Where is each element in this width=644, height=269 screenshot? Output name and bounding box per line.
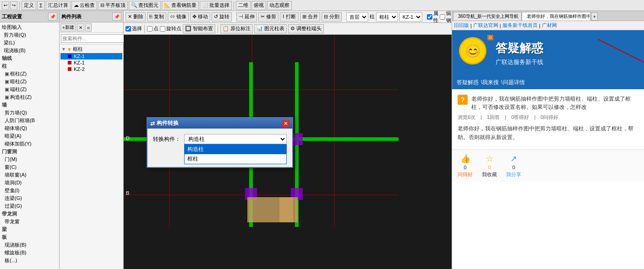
- tree-coupling-beam[interactable]: 连梁(G): [1, 194, 58, 202]
- floor-select[interactable]: 首层: [346, 12, 368, 22]
- nav-material[interactable]: 广材网: [542, 22, 557, 29]
- view-rebar-btn[interactable]: 📐 查看钢筋量: [162, 1, 199, 10]
- comp-list-header: 构件列表 📌: [60, 11, 123, 22]
- dynamic-view-btn[interactable]: 动态观察: [267, 1, 292, 10]
- tree-masonry-wall[interactable]: 砌体墙(Q): [1, 124, 58, 132]
- 2d-btn[interactable]: 二维: [236, 1, 251, 10]
- qa-star-btn[interactable]: ☆ 0 我收藏: [482, 154, 497, 178]
- find-elem-btn[interactable]: 🔍 查找图元: [129, 1, 161, 10]
- tree-dark-col[interactable]: ▣ 暗柱(Z): [1, 78, 58, 86]
- tree-window[interactable]: 窗(C): [1, 163, 58, 171]
- tree-slab-misc[interactable]: 板(...): [1, 257, 58, 264]
- tree-dark-beam[interactable]: 暗梁(A): [1, 132, 58, 140]
- delete-comp-btn[interactable]: ✕: [77, 23, 84, 32]
- nav-service-home[interactable]: 服务新干线首页: [502, 22, 538, 29]
- browser-tab-360[interactable]: 360导航_新一代安全上网导航 ✕: [453, 12, 522, 21]
- rotate-btn[interactable]: ↺ 旋转: [212, 12, 232, 22]
- dropdown-option-kuangzhu[interactable]: 框柱: [185, 154, 286, 164]
- cloud-check-btn[interactable]: ☁ 云检查: [71, 1, 97, 10]
- sidebar-pin-btn[interactable]: 📌: [48, 12, 57, 21]
- copy-btn[interactable]: ⎘ 复制: [147, 12, 166, 22]
- top-view-btn[interactable]: 俯视: [251, 1, 266, 10]
- canvas-area[interactable]: D B ⇄ 构件转换 ✕ 转换构件：: [124, 35, 452, 269]
- tree-cast-slab2[interactable]: 现浇板(B): [1, 241, 58, 249]
- dialog-convert-select[interactable]: 构造柱 框柱: [184, 134, 287, 144]
- point-checkbox[interactable]: [147, 26, 153, 32]
- tree-door[interactable]: 门(M): [1, 156, 58, 163]
- delete-btn[interactable]: ✕ 删除: [126, 12, 146, 22]
- tree-wall-hole[interactable]: 墙洞(D): [1, 179, 58, 187]
- sep1: [19, 1, 20, 10]
- new-tab-btn[interactable]: +: [591, 12, 598, 21]
- qa-search-link[interactable]: \我来搜: [481, 79, 499, 86]
- smart-place-btn[interactable]: 🔲 智能布置: [183, 24, 215, 33]
- new-comp-btn[interactable]: +新建: [60, 23, 76, 32]
- mirror-btn[interactable]: ⇔ 镜像: [168, 12, 189, 22]
- tree-frame-col[interactable]: ▣ 框柱(Z): [1, 70, 58, 78]
- tree-cast-slab[interactable]: 现浇板(B): [1, 47, 58, 54]
- dialog-title-bar[interactable]: ⇄ 构件转换 ✕: [147, 118, 292, 129]
- define-btn[interactable]: 定义: [22, 1, 36, 10]
- qa-like-btn[interactable]: 👍 0 问得好: [458, 154, 473, 178]
- sep7: [144, 25, 145, 33]
- comp-list-pin-btn[interactable]: 📌: [112, 12, 121, 21]
- break-btn[interactable]: ⌇ 打断: [280, 12, 298, 22]
- sort-comp-btn[interactable]: ⌾: [85, 23, 92, 32]
- site-mark-btn[interactable]: 📋 原位标注: [220, 24, 253, 33]
- tree-shear-wall[interactable]: 剪力墙(Q): [1, 31, 58, 39]
- calc-btn[interactable]: 汇总计算: [46, 1, 71, 10]
- qa-answers: 1回答: [487, 114, 500, 120]
- tree-spiral-slab[interactable]: 螺旋板(B): [1, 249, 58, 257]
- comp-item-kz1-red[interactable]: KZ-1: [60, 59, 122, 66]
- select-cb[interactable]: 选择: [126, 25, 142, 32]
- qa-share-btn[interactable]: ↗ 0 我分享: [506, 154, 521, 178]
- prop-checkbox-label[interactable]: 属性: [427, 11, 438, 24]
- tree-end-col[interactable]: ▣ 端柱(Z): [1, 86, 58, 93]
- prop-checkbox[interactable]: [427, 14, 432, 20]
- move-btn[interactable]: ✥ 移动: [190, 12, 210, 22]
- comp-item-kz1-selected[interactable]: KZ-1: [60, 53, 122, 59]
- comp-folder-framecol[interactable]: ▼ ▼ 框柱: [60, 45, 122, 53]
- sidebar-header: 工程设置 📌: [0, 11, 59, 22]
- select-checkbox[interactable]: [126, 26, 131, 32]
- tree-civil-def-wall[interactable]: 人防门框墙(B: [1, 117, 58, 124]
- comp-id-select[interactable]: KZ-1: [399, 12, 422, 22]
- tree-wall-combo[interactable]: 墙联窗(A): [1, 171, 58, 179]
- comp-type-select[interactable]: 框柱: [376, 12, 398, 22]
- tree-beam[interactable]: 梁(L): [1, 39, 58, 47]
- qa-good-answers: 0答得好: [511, 114, 529, 120]
- batch-select-btn[interactable]: ⬜ 批量选择: [200, 1, 232, 10]
- trim-btn[interactable]: ✂ 修剪: [258, 12, 278, 22]
- adjust-col-end-btn[interactable]: ⚙ 调整柱端头: [288, 24, 324, 33]
- split-btn[interactable]: ⊟ 分割: [322, 12, 342, 22]
- elem-col-table-btn[interactable]: 📊 图元柱表: [254, 24, 287, 33]
- canvas-label-b: B: [126, 190, 129, 196]
- align-top-btn[interactable]: ⊟ 平齐板顶: [98, 1, 128, 10]
- comp-search-input[interactable]: [61, 34, 127, 43]
- extend-btn[interactable]: ⊣ 延伸: [236, 12, 257, 22]
- qa-detail-link[interactable]: \问题详情: [501, 79, 524, 86]
- dialog-close-btn[interactable]: ✕: [282, 120, 289, 127]
- nav-gld-official[interactable]: 广联达官网: [473, 22, 498, 29]
- undo-btn[interactable]: ↩: [2, 1, 9, 10]
- comp-item-kz2[interactable]: KZ-2: [60, 66, 122, 72]
- tree-wall-shear[interactable]: 剪力墙(Q): [1, 109, 58, 117]
- edit-rebar-checkbox[interactable]: [440, 14, 445, 20]
- comp-list-tree: ▼ ▼ 框柱 KZ-1 KZ-1 KZ-2: [60, 44, 123, 269]
- dropdown-option-gouzhu[interactable]: 构造柱: [185, 145, 286, 154]
- sidebar-draw-input[interactable]: 绘图输入: [1, 23, 58, 31]
- canvas-label-d: D: [126, 135, 130, 141]
- browser-tab-qa[interactable]: 老师你好，我在钢筋抽样作图中... ✕: [522, 12, 590, 21]
- tree-lintel[interactable]: 过梁(G): [1, 202, 58, 210]
- tree-belt-window[interactable]: 带龙窗: [1, 218, 58, 226]
- rotate-point-cb[interactable]: 旋转点: [160, 25, 181, 32]
- qa-mascot-wrapper: 😊 G: [459, 37, 491, 69]
- tree-masonry-rebar[interactable]: 砌体加筋(Y): [1, 140, 58, 148]
- rotate-point-checkbox[interactable]: [160, 26, 165, 32]
- tree-struct-col[interactable]: ▣ 构造柱(Z): [1, 93, 58, 101]
- nav-old-version[interactable]: 旧旧版: [454, 22, 469, 29]
- redo-btn[interactable]: ↪: [10, 1, 17, 10]
- merge-btn[interactable]: ⊞ 合并: [300, 12, 320, 22]
- point-cb[interactable]: 点: [147, 25, 158, 32]
- tree-niche[interactable]: 壁龛(I): [1, 187, 58, 194]
